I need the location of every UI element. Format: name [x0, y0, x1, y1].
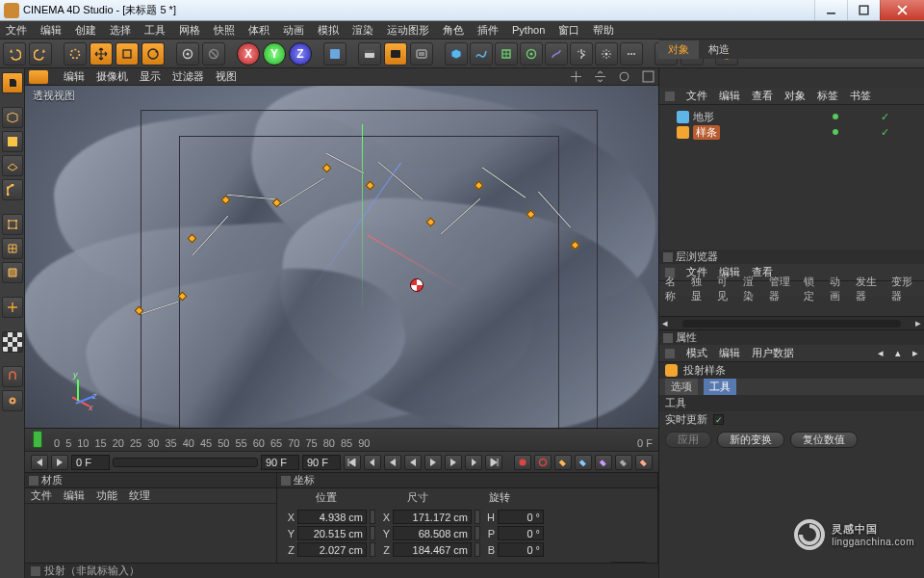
primitive-cube-button[interactable] [445, 42, 468, 66]
deformer-button[interactable] [545, 42, 568, 66]
y-axis-button[interactable]: Y [263, 42, 286, 66]
obj-menu-tags[interactable]: 标签 [817, 89, 838, 103]
menu-plugins[interactable]: 插件 [477, 23, 499, 38]
texture-mode-button[interactable] [2, 131, 23, 152]
attr-nav-up-icon[interactable]: ▴ [895, 347, 901, 359]
key-pos-button[interactable] [554, 455, 572, 470]
prev-key-button[interactable] [364, 455, 381, 470]
enable-check-icon[interactable]: ✓ [881, 126, 889, 139]
environment-button[interactable] [570, 42, 593, 66]
point-mode-button[interactable] [2, 179, 23, 200]
vp-nav-maximize-icon[interactable] [642, 70, 654, 83]
menu-edit[interactable]: 编辑 [40, 23, 62, 38]
vp-menu-display[interactable]: 显示 [140, 69, 161, 84]
generator-button[interactable] [520, 42, 543, 66]
menu-create[interactable]: 创建 [75, 23, 96, 38]
timeline-ruler[interactable]: 051015202530354045505560657075808590 0 F [25, 428, 658, 451]
vp-nav-rotate-icon[interactable] [618, 70, 630, 83]
model-mode-button[interactable] [2, 107, 23, 128]
nurbs-button[interactable] [495, 42, 518, 66]
pos-z-stepper[interactable] [370, 542, 375, 557]
light-button[interactable] [620, 42, 643, 66]
visibility-dot-icon[interactable] [833, 129, 838, 135]
pos-x-stepper[interactable] [370, 510, 375, 524]
mat-menu-tex[interactable]: 纹理 [129, 488, 150, 503]
pos-x-field[interactable]: 4.938 cm [297, 510, 367, 524]
mat-menu-edit[interactable]: 编辑 [64, 488, 85, 503]
attr-nav-fwd-icon[interactable]: ▸ [912, 347, 918, 359]
key-rot-button[interactable] [595, 455, 612, 470]
z-axis-button[interactable]: Z [289, 42, 312, 66]
spline-button[interactable] [470, 42, 493, 66]
visibility-dot-icon[interactable] [833, 114, 838, 119]
rot-b-field[interactable]: 0 ° [498, 542, 544, 557]
attr-menu-edit[interactable]: 编辑 [719, 346, 740, 360]
layer-hscrollbar[interactable]: ◂▸ [659, 316, 924, 329]
goto-end-button[interactable] [485, 455, 502, 470]
menu-volume[interactable]: 体积 [248, 23, 270, 38]
menu-animate[interactable]: 动画 [283, 23, 304, 38]
object-row-spline[interactable]: 样条 ✓ [677, 124, 918, 140]
pos-y-stepper[interactable] [370, 526, 375, 540]
pos-y-field[interactable]: 20.515 cm [297, 526, 367, 540]
menu-file[interactable]: 文件 [6, 23, 27, 38]
size-y-stepper[interactable] [475, 526, 480, 540]
menu-python[interactable]: Python [512, 24, 545, 36]
key-pla-button[interactable] [635, 455, 653, 470]
vp-menu-camera[interactable]: 摄像机 [96, 69, 128, 84]
object-tree[interactable]: 地形 ✓ 样条 ✓ [659, 105, 924, 250]
menu-help[interactable]: 帮助 [593, 23, 614, 38]
menu-simulate[interactable]: 模拟 [318, 23, 339, 38]
obj-menu-object[interactable]: 对象 [784, 89, 806, 103]
next-key-button[interactable] [465, 455, 482, 470]
window-minimize-button[interactable] [814, 0, 847, 20]
object-row-terrain[interactable]: 地形 ✓ [677, 109, 918, 124]
timeline-scrollbar[interactable] [113, 458, 258, 467]
rot-p-field[interactable]: 0 ° [498, 526, 544, 540]
menu-window[interactable]: 窗口 [558, 23, 579, 38]
timeline-playhead[interactable] [33, 431, 42, 448]
coord-system-button[interactable] [323, 42, 346, 66]
render-view-button[interactable] [358, 42, 381, 66]
camera-button[interactable] [595, 42, 618, 66]
vp-menu-edit[interactable]: 编辑 [64, 69, 85, 84]
recent-tool-button[interactable] [176, 42, 199, 66]
enable-check-icon[interactable]: ✓ [881, 111, 889, 123]
range-end-button[interactable] [51, 455, 68, 470]
range-end-field[interactable]: 90 F [302, 455, 341, 470]
size-z-field[interactable]: 184.467 cm [393, 542, 472, 557]
undo-button[interactable] [3, 42, 26, 66]
size-y-field[interactable]: 68.508 cm [393, 526, 472, 540]
range-dur-field[interactable]: 90 F [261, 455, 299, 470]
goto-start-button[interactable] [344, 455, 361, 470]
rot-h-field[interactable]: 0 ° [498, 510, 544, 524]
viewport-layout-icon[interactable] [29, 70, 48, 84]
axis-mode-button[interactable] [2, 297, 23, 318]
move-tool-button[interactable] [90, 42, 113, 66]
vp-menu-filter[interactable]: 过滤器 [172, 69, 204, 84]
range-start-field[interactable]: 0 F [71, 455, 110, 470]
obj-menu-file[interactable]: 文件 [686, 89, 707, 103]
uv-mode-button[interactable] [2, 262, 23, 283]
size-x-field[interactable]: 171.172 cm [393, 510, 472, 524]
tab-structure[interactable]: 构造 [699, 40, 739, 59]
attr-nav-back-icon[interactable]: ◂ [878, 347, 884, 359]
tweak-mode-button[interactable] [2, 331, 23, 353]
obj-menu-view[interactable]: 查看 [752, 89, 773, 103]
record-button[interactable] [514, 455, 531, 470]
window-close-button[interactable] [880, 0, 924, 20]
scale-tool-button[interactable] [116, 42, 139, 66]
autokey-button[interactable] [534, 455, 552, 470]
locked-tool-button[interactable] [202, 42, 225, 66]
vp-nav-zoom-icon[interactable] [594, 70, 606, 83]
attr-menu-mode[interactable]: 模式 [686, 346, 707, 360]
menu-mesh[interactable]: 网格 [179, 23, 200, 38]
tab-objects[interactable]: 对象 [658, 40, 699, 59]
obj-menu-edit[interactable]: 编辑 [719, 89, 740, 103]
attr-tab-tool[interactable]: 工具 [704, 379, 736, 395]
size-x-stepper[interactable] [475, 510, 480, 524]
edge-mode-button[interactable] [2, 214, 23, 235]
mat-menu-file[interactable]: 文件 [31, 488, 52, 503]
obj-menu-bookmarks[interactable]: 书签 [850, 89, 871, 103]
polygon-mode-button[interactable] [2, 238, 23, 259]
